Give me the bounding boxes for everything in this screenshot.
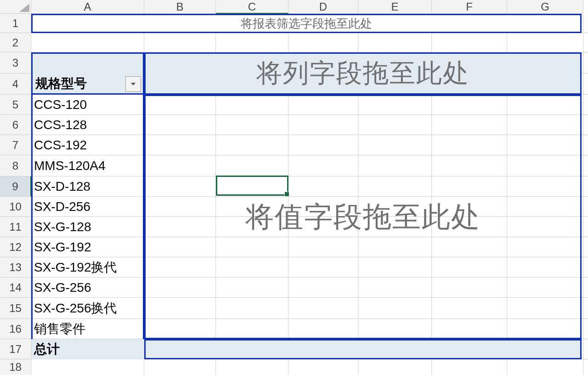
cell[interactable] bbox=[507, 237, 583, 257]
cell[interactable] bbox=[144, 52, 216, 74]
row-header-14[interactable]: 14 bbox=[0, 278, 31, 298]
col-header-A[interactable]: A bbox=[31, 0, 144, 14]
cell[interactable] bbox=[144, 95, 216, 115]
row-header-6[interactable]: 6 bbox=[0, 115, 31, 135]
filter-dropdown-icon[interactable] bbox=[125, 76, 141, 92]
cell[interactable] bbox=[583, 359, 588, 375]
cell[interactable] bbox=[432, 95, 507, 115]
row-header-11[interactable]: 11 bbox=[0, 217, 31, 237]
row-header-1[interactable]: 1 bbox=[0, 14, 31, 33]
cell[interactable] bbox=[507, 278, 583, 298]
cell[interactable] bbox=[507, 74, 583, 95]
cell[interactable] bbox=[358, 14, 432, 33]
cell[interactable] bbox=[31, 359, 144, 375]
cell[interactable] bbox=[583, 339, 588, 359]
cell[interactable] bbox=[358, 217, 432, 237]
cell[interactable] bbox=[31, 339, 144, 359]
cell[interactable] bbox=[583, 52, 588, 74]
cell[interactable] bbox=[144, 217, 216, 237]
cell[interactable] bbox=[288, 298, 358, 319]
cell[interactable] bbox=[432, 359, 507, 375]
col-header-F[interactable]: F bbox=[432, 0, 507, 14]
cell[interactable] bbox=[144, 176, 216, 197]
cell[interactable] bbox=[507, 257, 583, 278]
cell[interactable] bbox=[144, 74, 216, 95]
cell[interactable] bbox=[31, 33, 144, 52]
cell[interactable] bbox=[432, 319, 507, 339]
cell[interactable] bbox=[288, 155, 358, 176]
cell[interactable] bbox=[358, 74, 432, 95]
cell[interactable] bbox=[358, 359, 432, 375]
cell[interactable] bbox=[216, 155, 288, 176]
cell[interactable] bbox=[358, 339, 432, 359]
cell[interactable] bbox=[31, 155, 144, 176]
cell[interactable] bbox=[216, 359, 288, 375]
cell[interactable] bbox=[507, 135, 583, 155]
cell[interactable] bbox=[432, 74, 507, 95]
cell[interactable] bbox=[583, 217, 588, 237]
cell[interactable] bbox=[358, 278, 432, 298]
cell[interactable] bbox=[432, 217, 507, 237]
cell[interactable] bbox=[288, 217, 358, 237]
cell[interactable] bbox=[31, 176, 144, 197]
row-header-10[interactable]: 10 bbox=[0, 197, 31, 217]
row-header-18[interactable]: 18 bbox=[0, 359, 31, 375]
cell[interactable] bbox=[507, 319, 583, 339]
cell[interactable] bbox=[507, 176, 583, 197]
cell[interactable] bbox=[358, 33, 432, 52]
row-header-16[interactable]: 16 bbox=[0, 319, 31, 339]
cell[interactable] bbox=[358, 52, 432, 74]
cell[interactable] bbox=[216, 278, 288, 298]
cell[interactable] bbox=[583, 135, 588, 155]
cell[interactable] bbox=[507, 52, 583, 74]
row-header-4[interactable]: 4 bbox=[0, 74, 31, 95]
cell[interactable] bbox=[31, 278, 144, 298]
cell[interactable] bbox=[288, 14, 358, 33]
cell[interactable] bbox=[288, 135, 358, 155]
cell[interactable] bbox=[144, 257, 216, 278]
cell[interactable] bbox=[358, 237, 432, 257]
select-all-corner[interactable] bbox=[0, 0, 31, 14]
cell[interactable] bbox=[288, 319, 358, 339]
cell[interactable] bbox=[507, 155, 583, 176]
row-header-8[interactable]: 8 bbox=[0, 155, 31, 176]
col-header-C[interactable]: C bbox=[216, 0, 288, 14]
cell[interactable] bbox=[288, 237, 358, 257]
col-header-G[interactable]: G bbox=[507, 0, 583, 14]
cell[interactable] bbox=[31, 298, 144, 319]
cell[interactable] bbox=[216, 339, 288, 359]
cell[interactable] bbox=[432, 33, 507, 52]
cell[interactable] bbox=[31, 135, 144, 155]
cell[interactable] bbox=[432, 115, 507, 135]
cell[interactable] bbox=[144, 33, 216, 52]
cell[interactable] bbox=[288, 197, 358, 217]
cell[interactable] bbox=[31, 197, 144, 217]
cell[interactable] bbox=[507, 33, 583, 52]
cell[interactable] bbox=[144, 319, 216, 339]
cell[interactable] bbox=[216, 217, 288, 237]
cell[interactable] bbox=[358, 135, 432, 155]
cell[interactable] bbox=[144, 14, 216, 33]
cell[interactable] bbox=[358, 95, 432, 115]
row-header-5[interactable]: 5 bbox=[0, 95, 31, 115]
cell[interactable] bbox=[288, 95, 358, 115]
cell[interactable] bbox=[288, 115, 358, 135]
cell[interactable] bbox=[432, 339, 507, 359]
cell[interactable] bbox=[432, 155, 507, 176]
cell[interactable] bbox=[288, 339, 358, 359]
cell[interactable] bbox=[358, 115, 432, 135]
cell[interactable] bbox=[216, 115, 288, 135]
cell[interactable] bbox=[583, 74, 588, 95]
cell[interactable] bbox=[358, 257, 432, 278]
cell[interactable] bbox=[507, 359, 583, 375]
cell[interactable] bbox=[31, 95, 144, 115]
cell[interactable] bbox=[432, 257, 507, 278]
cell[interactable] bbox=[31, 217, 144, 237]
cell[interactable] bbox=[144, 359, 216, 375]
cell[interactable] bbox=[31, 52, 144, 74]
cell[interactable] bbox=[358, 197, 432, 217]
cell[interactable] bbox=[507, 115, 583, 135]
cell[interactable] bbox=[583, 278, 588, 298]
cell[interactable] bbox=[583, 237, 588, 257]
cell[interactable] bbox=[31, 237, 144, 257]
